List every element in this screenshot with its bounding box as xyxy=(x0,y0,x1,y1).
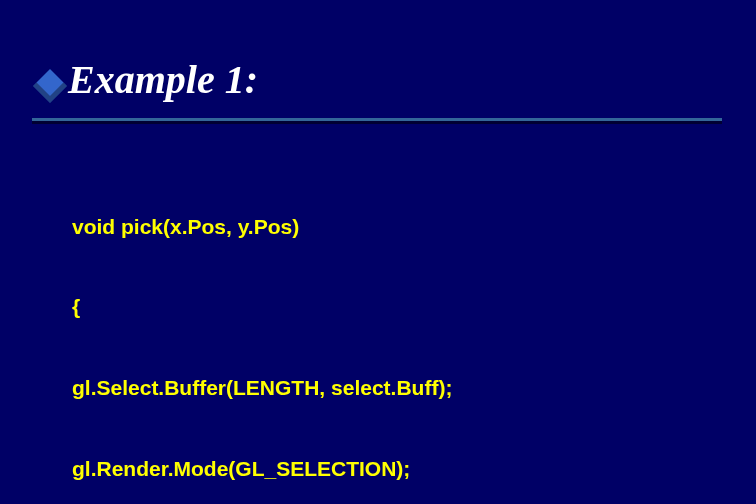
code-line: { xyxy=(72,294,506,321)
title-row: Example 1: xyxy=(38,56,756,124)
title-underline xyxy=(32,118,722,124)
code-line: gl.Render.Mode(GL_SELECTION); xyxy=(72,456,506,483)
slide-title: Example 1: xyxy=(68,56,258,103)
diamond-bullet-icon xyxy=(33,69,67,103)
code-line: void pick(x.Pos, y.Pos) xyxy=(72,214,506,241)
slide: Example 1: void pick(x.Pos, y.Pos) { gl.… xyxy=(0,0,756,504)
code-block: void pick(x.Pos, y.Pos) { gl.Select.Buff… xyxy=(72,160,506,504)
underline-shadow xyxy=(32,121,722,124)
code-line: gl.Select.Buffer(LENGTH, select.Buff); xyxy=(72,375,506,402)
